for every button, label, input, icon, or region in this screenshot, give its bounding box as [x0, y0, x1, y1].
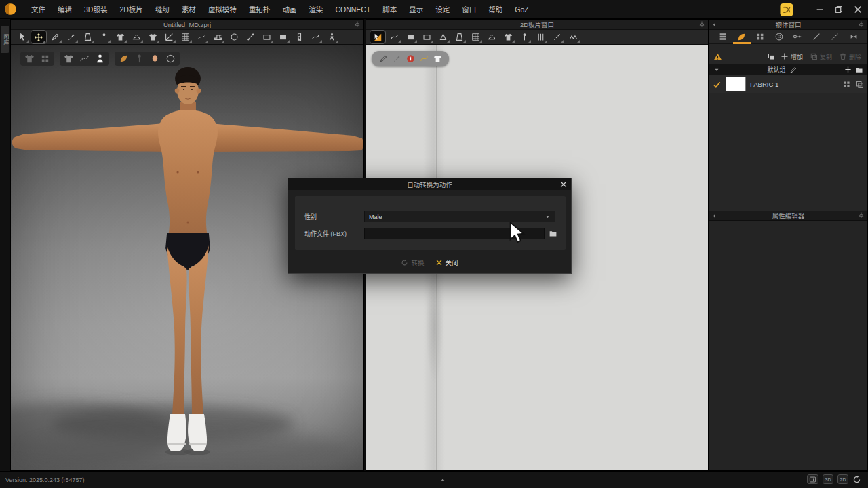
goz-badge-icon[interactable]: [780, 3, 793, 16]
sewing-icon[interactable]: [79, 54, 90, 64]
folder-icon[interactable]: [855, 66, 863, 74]
refresh-icon[interactable]: [852, 475, 861, 484]
brush-tool[interactable]: [64, 30, 79, 43]
zigzag-sewing-tool[interactable]: [566, 30, 580, 43]
menu-animation[interactable]: 动画: [276, 0, 302, 19]
avatar-head-icon[interactable]: [150, 54, 160, 64]
library-dock-tab[interactable]: 图库: [1, 26, 9, 53]
import-fabric-icon[interactable]: [767, 52, 776, 61]
badge-2d[interactable]: 2D: [837, 474, 848, 484]
rename-group-icon[interactable]: [789, 66, 797, 74]
shirt-icon[interactable]: [433, 54, 442, 63]
menu-avatar[interactable]: 虚拟模特: [202, 0, 243, 19]
fabric-list-item[interactable]: FABRIC 1: [709, 75, 867, 93]
panel-a-tool[interactable]: [259, 30, 274, 43]
ring-icon[interactable]: [165, 54, 176, 64]
sewing-machine-tool[interactable]: [210, 30, 225, 43]
pin-icon[interactable]: [698, 21, 705, 28]
sewing-line-tool[interactable]: [549, 30, 564, 43]
topstitch-tab[interactable]: [808, 30, 825, 43]
scene-list-tab[interactable]: [715, 30, 731, 43]
fabric-check-icon[interactable]: [713, 80, 722, 89]
menu-material[interactable]: 素材: [176, 0, 202, 19]
polygon-tool[interactable]: [435, 30, 450, 43]
menu-display[interactable]: 显示: [403, 0, 429, 19]
columns-toggle[interactable]: [807, 474, 818, 484]
show-pattern-icon[interactable]: [40, 54, 50, 64]
skeleton-tool[interactable]: [243, 30, 258, 43]
add-fabric-button[interactable]: 增加: [778, 52, 805, 61]
dart-tool[interactable]: [452, 30, 467, 43]
measure-ruler-tool[interactable]: [292, 30, 307, 43]
menu-window[interactable]: 窗口: [456, 0, 482, 19]
menu-2d-pattern[interactable]: 2D板片: [113, 0, 149, 19]
pin-tool[interactable]: [96, 30, 111, 43]
minimize-icon[interactable]: [815, 5, 825, 14]
fit-garment-tool[interactable]: [145, 30, 160, 43]
sync-garment-tool[interactable]: [500, 30, 515, 43]
menu-3d-garment[interactable]: 3D服装: [78, 0, 113, 19]
fold-arrangement-tool[interactable]: [161, 30, 176, 43]
steam-tool[interactable]: [129, 30, 144, 43]
pen-icon[interactable]: [379, 54, 388, 63]
curve-icon[interactable]: [420, 54, 429, 63]
pin-icon[interactable]: [858, 212, 865, 219]
select-tool[interactable]: [15, 30, 30, 43]
fabric-tab[interactable]: [734, 30, 750, 43]
panel-b-tool[interactable]: [275, 30, 290, 43]
button-tab[interactable]: [771, 30, 787, 43]
convert-button[interactable]: 转换: [401, 258, 424, 267]
fabric-icon[interactable]: [119, 54, 129, 64]
gender-select[interactable]: Male: [364, 211, 555, 222]
tack-tool[interactable]: [517, 30, 532, 43]
fabric-texture-icon[interactable]: [842, 80, 851, 89]
delete-fabric-button[interactable]: 删除: [837, 52, 863, 61]
pose-tool[interactable]: [324, 30, 339, 43]
show-garment-icon[interactable]: [24, 54, 35, 64]
menu-sewing[interactable]: 缝纫: [149, 0, 176, 19]
trim-tab[interactable]: [846, 30, 862, 43]
menu-file[interactable]: 文件: [25, 0, 52, 19]
stitch-tab[interactable]: [827, 30, 843, 43]
browse-file-button[interactable]: [547, 228, 559, 239]
copy-fabric-button[interactable]: 复制: [808, 52, 834, 61]
avatar-icon[interactable]: [95, 54, 105, 64]
pin-icon[interactable]: [134, 54, 144, 64]
collapse-icon[interactable]: [711, 213, 717, 219]
move-gizmo-tool[interactable]: [31, 30, 46, 43]
grading-grid-tool[interactable]: [468, 30, 483, 43]
menu-script[interactable]: 脚本: [376, 0, 403, 19]
badge-3d[interactable]: 3D: [823, 474, 833, 484]
menu-help[interactable]: 帮助: [482, 0, 509, 19]
rectangle-outline-tool[interactable]: [419, 30, 434, 43]
edit-curve-tool[interactable]: [387, 30, 401, 43]
pleats-tool[interactable]: [533, 30, 548, 43]
close-icon[interactable]: [853, 5, 863, 14]
pin-icon[interactable]: [354, 21, 361, 28]
shirt-icon[interactable]: [64, 54, 74, 64]
dialog-close-icon[interactable]: [559, 180, 568, 188]
iron-tool[interactable]: [484, 30, 499, 43]
menu-render[interactable]: 渲染: [302, 0, 329, 19]
menu-goz[interactable]: GoZ: [509, 0, 534, 19]
alert-info-icon[interactable]: [406, 54, 415, 63]
collapse-icon[interactable]: [711, 22, 717, 28]
chevron-down-icon[interactable]: [713, 66, 720, 73]
menu-retopology[interactable]: 重拓扑: [243, 0, 277, 19]
edit-sewing-tool[interactable]: [194, 30, 209, 43]
transform-pattern-tool[interactable]: [370, 30, 385, 43]
edit-curve-tool[interactable]: [47, 30, 62, 43]
grid-arrangement-tool[interactable]: [178, 30, 193, 43]
fabric-swatch[interactable]: [726, 77, 746, 92]
graphic-tab[interactable]: [752, 30, 768, 43]
rectangle-tool[interactable]: [403, 30, 418, 43]
restore-icon[interactable]: [834, 5, 844, 14]
brush-icon[interactable]: [393, 54, 401, 63]
motion-file-input[interactable]: [364, 228, 545, 239]
menu-connect[interactable]: CONNECT: [329, 0, 376, 19]
menu-edit[interactable]: 编辑: [52, 0, 78, 19]
add-group-icon[interactable]: [844, 66, 852, 73]
circle-tool[interactable]: [226, 30, 241, 43]
pin-icon[interactable]: [858, 21, 865, 28]
menu-settings[interactable]: 设定: [429, 0, 456, 19]
